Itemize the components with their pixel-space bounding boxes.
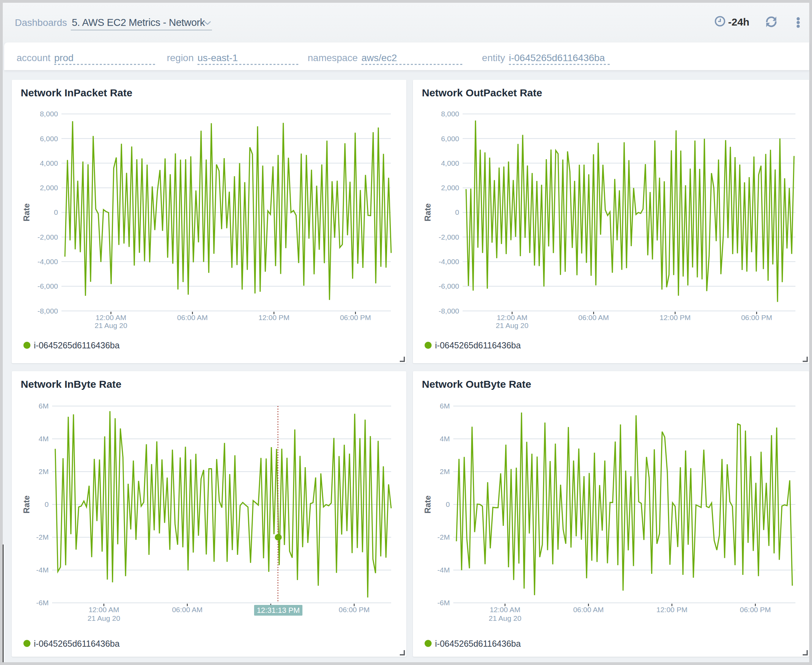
svg-text:6M: 6M xyxy=(440,402,450,410)
svg-text:0: 0 xyxy=(446,500,450,508)
svg-text:-2,000: -2,000 xyxy=(37,233,58,241)
svg-text:0: 0 xyxy=(54,208,58,216)
svg-text:-8,000: -8,000 xyxy=(37,307,58,315)
svg-text:8,000: 8,000 xyxy=(40,110,58,118)
svg-text:4,000: 4,000 xyxy=(40,159,58,167)
svg-text:-2M: -2M xyxy=(437,533,450,541)
svg-text:12:00 PM: 12:00 PM xyxy=(660,313,691,321)
svg-text:-6M: -6M xyxy=(36,599,49,607)
svg-text:-4,000: -4,000 xyxy=(37,257,58,265)
svg-text:06:00 AM: 06:00 AM xyxy=(578,313,609,321)
svg-text:Rate: Rate xyxy=(423,203,432,221)
svg-text:06:00 PM: 06:00 PM xyxy=(340,313,371,321)
svg-text:06:00 PM: 06:00 PM xyxy=(339,606,370,614)
svg-text:2M: 2M xyxy=(440,467,450,475)
svg-text:-6M: -6M xyxy=(437,599,450,607)
svg-text:0: 0 xyxy=(455,208,459,216)
svg-text:-2M: -2M xyxy=(36,533,49,541)
svg-text:12:00 AM: 12:00 AM xyxy=(88,606,119,614)
svg-text:12:00 PM: 12:00 PM xyxy=(259,313,290,321)
svg-text:4,000: 4,000 xyxy=(441,159,459,167)
svg-text:06:00 PM: 06:00 PM xyxy=(740,606,771,614)
svg-text:-4,000: -4,000 xyxy=(439,257,459,265)
svg-text:4M: 4M xyxy=(39,435,49,443)
svg-text:21 Aug 20: 21 Aug 20 xyxy=(489,614,522,622)
svg-text:-4M: -4M xyxy=(36,566,49,574)
svg-text:2,000: 2,000 xyxy=(441,184,459,192)
svg-text:Rate: Rate xyxy=(22,203,31,221)
svg-text:-4M: -4M xyxy=(437,566,450,574)
svg-text:12:00 PM: 12:00 PM xyxy=(656,606,688,614)
svg-text:0: 0 xyxy=(44,500,49,508)
svg-text:8,000: 8,000 xyxy=(441,110,459,118)
svg-text:6,000: 6,000 xyxy=(40,135,58,142)
svg-text:Rate: Rate xyxy=(423,495,432,513)
svg-text:-2,000: -2,000 xyxy=(439,233,459,241)
svg-text:06:00 PM: 06:00 PM xyxy=(741,313,772,321)
svg-text:21 Aug 20: 21 Aug 20 xyxy=(496,321,529,329)
svg-text:12:00 AM: 12:00 AM xyxy=(497,313,527,321)
svg-text:12:00 AM: 12:00 AM xyxy=(96,313,126,321)
svg-text:2M: 2M xyxy=(39,467,49,475)
svg-text:06:00 AM: 06:00 AM xyxy=(573,606,604,614)
svg-text:2,000: 2,000 xyxy=(40,184,58,192)
svg-text:Rate: Rate xyxy=(22,495,31,513)
svg-text:12:00 AM: 12:00 AM xyxy=(489,606,520,614)
svg-text:6,000: 6,000 xyxy=(441,135,459,142)
svg-text:6M: 6M xyxy=(39,402,49,410)
svg-text:4M: 4M xyxy=(440,435,450,443)
svg-text:-6,000: -6,000 xyxy=(439,282,459,290)
svg-text:21 Aug 20: 21 Aug 20 xyxy=(88,614,121,622)
svg-text:21 Aug 20: 21 Aug 20 xyxy=(95,321,128,329)
svg-text:06:00 AM: 06:00 AM xyxy=(172,606,203,614)
svg-text:-6,000: -6,000 xyxy=(37,282,58,290)
svg-text:06:00 AM: 06:00 AM xyxy=(177,313,208,321)
svg-text:-8,000: -8,000 xyxy=(439,307,459,315)
